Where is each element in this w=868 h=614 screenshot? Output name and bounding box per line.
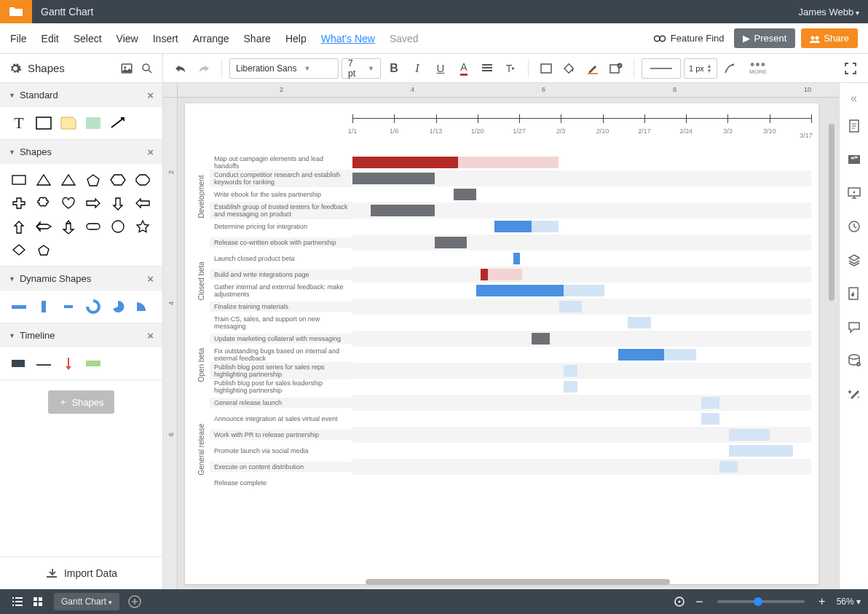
bar-area[interactable]: [352, 235, 811, 251]
search-icon[interactable]: [141, 62, 154, 75]
target-icon[interactable]: [669, 596, 690, 607]
bar-area[interactable]: [352, 170, 811, 186]
dyn-bar[interactable]: [9, 298, 29, 315]
quote-icon[interactable]: ❝❞: [840, 143, 869, 176]
gantt-bar[interactable]: [488, 269, 522, 280]
zoom-in-button[interactable]: +: [812, 595, 832, 608]
undo-button[interactable]: [170, 58, 191, 79]
bar-area[interactable]: [352, 475, 811, 491]
gantt-bar[interactable]: [454, 189, 477, 200]
shape-12[interactable]: [9, 218, 29, 235]
bar-area[interactable]: [352, 331, 811, 347]
gantt-row[interactable]: Write ebook for the sales partnership: [210, 186, 811, 202]
shape-0[interactable]: [9, 171, 29, 189]
close-icon[interactable]: ×: [147, 329, 154, 342]
gantt-bar[interactable]: [458, 157, 559, 168]
font-dropdown[interactable]: Liberation Sans▼: [229, 58, 339, 79]
collapse-rail-icon[interactable]: «: [846, 87, 861, 109]
gantt-row[interactable]: Work with PR to release partnership: [210, 427, 811, 443]
gantt-row[interactable]: Release complete: [210, 475, 811, 491]
menu-whatsnew[interactable]: What's New: [321, 33, 375, 44]
gantt-bar[interactable]: [664, 349, 696, 361]
bar-area[interactable]: [352, 379, 811, 395]
bar-area[interactable]: [352, 202, 811, 219]
dyn-donut[interactable]: [83, 298, 103, 315]
gantt-row[interactable]: Map out campagin elements and lead hando…: [210, 154, 811, 170]
gantt-bar[interactable]: [729, 445, 793, 457]
share-button[interactable]: Share: [801, 28, 858, 48]
data-icon[interactable]: [840, 344, 869, 377]
shape-16[interactable]: [108, 218, 128, 235]
italic-button[interactable]: I: [407, 58, 427, 79]
redo-button[interactable]: [194, 58, 214, 79]
gantt-row[interactable]: Determine pricing for integration: [210, 219, 811, 235]
tl-interval[interactable]: [83, 355, 103, 372]
text-shape[interactable]: T: [9, 114, 29, 132]
gantt-row[interactable]: Train CS, sales, and support on new mess…: [210, 315, 811, 331]
menu-file[interactable]: File: [10, 33, 27, 44]
scrollbar-horizontal[interactable]: [366, 579, 670, 585]
gantt-bar[interactable]: [481, 269, 487, 280]
gantt-row[interactable]: Update marketing collateral with messagi…: [210, 331, 811, 347]
close-icon[interactable]: ×: [147, 146, 154, 158]
line-width-input[interactable]: 1 px▲▼: [684, 58, 717, 79]
add-page-button[interactable]: [128, 595, 141, 608]
line-options-button[interactable]: [720, 58, 741, 79]
line-style-dropdown[interactable]: [642, 58, 681, 79]
gantt-bar[interactable]: [564, 381, 577, 393]
tl-line[interactable]: [33, 355, 54, 372]
gantt-bar[interactable]: [719, 461, 738, 473]
gantt-bar[interactable]: [729, 429, 770, 441]
comments-icon[interactable]: [840, 310, 869, 344]
menu-arrange[interactable]: Arrange: [193, 33, 229, 44]
shape-10[interactable]: [108, 194, 128, 212]
arrow-shape[interactable]: [108, 114, 128, 132]
layers-icon[interactable]: [840, 243, 869, 277]
zoom-label[interactable]: 56% ▾: [837, 597, 861, 607]
shape-7[interactable]: [33, 194, 54, 212]
bar-area[interactable]: [352, 363, 811, 379]
menu-share[interactable]: Share: [244, 33, 271, 44]
underline-button[interactable]: U: [430, 58, 451, 79]
present-button[interactable]: ▶ Present: [734, 28, 795, 48]
text-more-button[interactable]: T▸: [500, 58, 521, 79]
shape-1[interactable]: [33, 171, 54, 189]
menu-help[interactable]: Help: [285, 33, 307, 44]
page-tab[interactable]: Gantt Chart: [54, 593, 119, 610]
app-folder-icon[interactable]: [0, 0, 32, 23]
gantt-row[interactable]: Conduct competitior research and establi…: [210, 170, 811, 186]
image-icon[interactable]: [120, 62, 133, 75]
dyn-pie[interactable]: [108, 298, 128, 315]
gantt-row[interactable]: Publish blog post for sales leadership h…: [210, 379, 811, 395]
shape-11[interactable]: [133, 194, 153, 212]
grid-view-icon[interactable]: [28, 597, 48, 607]
gantt-row[interactable]: Fix outstanding bugs based on internal a…: [210, 347, 811, 363]
close-icon[interactable]: ×: [147, 89, 154, 101]
shape-14[interactable]: [58, 218, 79, 235]
shape-options-button[interactable]: [606, 58, 626, 79]
bar-area[interactable]: [352, 411, 811, 427]
bar-area[interactable]: [352, 283, 811, 299]
fullscreen-button[interactable]: [840, 58, 861, 79]
gantt-row[interactable]: Build and write integrations page: [210, 267, 811, 283]
align-button[interactable]: [477, 58, 497, 79]
zoom-slider[interactable]: [717, 600, 805, 603]
section-dynamic[interactable]: ▼Dynamic Shapes×: [0, 267, 162, 291]
gantt-bar[interactable]: [435, 237, 467, 248]
shape-3[interactable]: [83, 171, 103, 189]
bar-area[interactable]: [352, 427, 811, 443]
gantt-row[interactable]: Establish group of trusted testers for f…: [210, 202, 811, 219]
theme-icon[interactable]: [840, 277, 869, 310]
menu-edit[interactable]: Edit: [42, 33, 59, 44]
paper[interactable]: 1/11/61/131/201/272/32/102/172/243/33/10…: [185, 103, 818, 584]
dyn-small[interactable]: [58, 298, 79, 315]
gantt-row[interactable]: Promote launch via social media: [210, 443, 811, 459]
history-icon[interactable]: [840, 210, 869, 243]
menu-insert[interactable]: Insert: [153, 33, 178, 44]
gear-icon[interactable]: [9, 62, 22, 75]
section-timeline[interactable]: ▼Timeline×: [0, 323, 162, 347]
bar-area[interactable]: [352, 395, 811, 411]
more-toolbar-button[interactable]: •••MORE: [749, 61, 767, 75]
section-shapes[interactable]: ▼Shapes×: [0, 140, 162, 164]
gantt-bar[interactable]: [494, 221, 531, 232]
